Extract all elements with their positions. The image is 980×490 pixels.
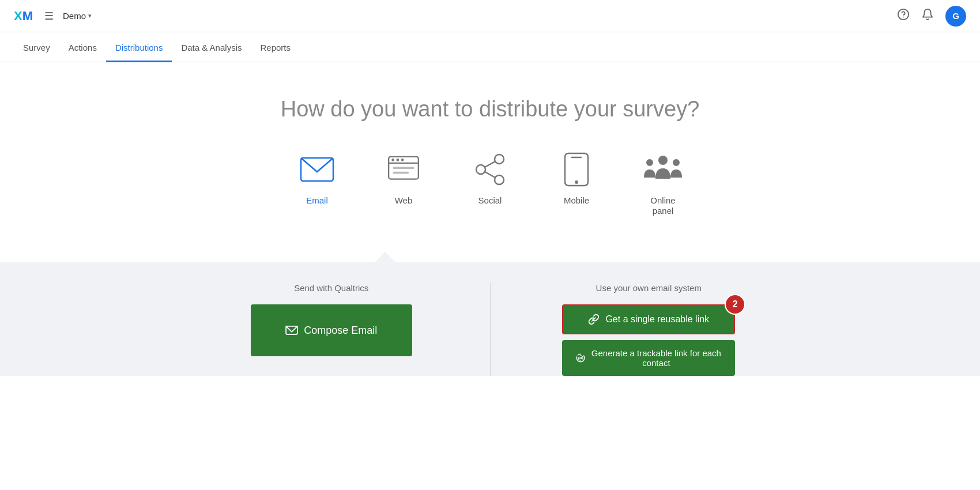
dist-option-social[interactable]: Social [470, 149, 510, 216]
tab-actions[interactable]: Actions [59, 43, 106, 62]
svg-point-7 [401, 159, 404, 161]
svg-point-12 [495, 175, 504, 184]
tab-survey[interactable]: Survey [14, 43, 59, 62]
send-with-qualtrics-col: Send with Qualtrics Compose Email [173, 283, 491, 376]
distribution-question: How do you want to distribute your surve… [0, 97, 980, 122]
dist-option-web[interactable]: Web [383, 149, 424, 216]
svg-rect-9 [393, 172, 409, 174]
svg-line-14 [485, 172, 495, 178]
panel-caret [375, 252, 395, 262]
svg-point-17 [575, 180, 578, 184]
online-panel-option-icon [643, 149, 683, 190]
svg-point-19 [658, 156, 668, 165]
svg-point-18 [646, 159, 653, 166]
distribution-options: Email Web [0, 149, 980, 239]
fingerprint-icon [576, 352, 585, 364]
svg-point-6 [397, 159, 399, 161]
generate-trackable-button[interactable]: Generate a trackable link for each conta… [562, 340, 735, 376]
svg-point-20 [673, 159, 680, 166]
tab-data-analysis[interactable]: Data & Analysis [172, 43, 251, 62]
topbar: XM ☰ Demo ▾ G [0, 0, 980, 32]
right-col-buttons: Get a single reusable link 2 [562, 304, 735, 376]
email-option-icon [297, 149, 337, 190]
single-link-wrapper: Get a single reusable link 2 [562, 304, 735, 334]
svg-rect-8 [393, 167, 414, 169]
dist-option-online-panel-label: Onlinepanel [650, 195, 675, 216]
dist-option-email[interactable]: Email [297, 149, 337, 216]
nav-tabs: Survey Actions Distributions Data & Anal… [0, 32, 980, 62]
logo-text: XM [14, 9, 33, 24]
get-single-link-button[interactable]: Get a single reusable link [562, 304, 735, 334]
svg-point-5 [391, 159, 394, 161]
compose-email-label: Compose Email [304, 325, 377, 337]
menu-icon[interactable]: ☰ [44, 10, 54, 22]
get-single-link-label: Get a single reusable link [605, 314, 709, 325]
step-badge-2: 2 [725, 294, 745, 315]
tab-reports[interactable]: Reports [251, 43, 300, 62]
social-option-icon [470, 149, 510, 190]
own-email-system-col: Use your own email system Get a single r… [491, 283, 808, 376]
svg-line-13 [485, 161, 495, 167]
dist-option-web-label: Web [395, 195, 413, 205]
dist-option-mobile-label: Mobile [564, 195, 589, 205]
compose-email-button[interactable]: Compose Email [251, 304, 412, 356]
demo-label: Demo [63, 11, 86, 21]
tab-distributions[interactable]: Distributions [106, 43, 172, 62]
panel-columns: Send with Qualtrics Compose Email Use yo… [173, 262, 807, 376]
main-content: How do you want to distribute your surve… [0, 62, 980, 376]
mobile-option-icon [556, 149, 597, 190]
compose-email-icon [285, 325, 298, 336]
web-option-icon [383, 149, 424, 190]
bottom-panel: Send with Qualtrics Compose Email Use yo… [0, 262, 980, 376]
dist-option-mobile[interactable]: Mobile [556, 149, 597, 216]
help-icon[interactable] [897, 8, 910, 24]
demo-selector[interactable]: Demo ▾ [63, 11, 92, 21]
bell-icon[interactable] [921, 8, 934, 24]
generate-trackable-label: Generate a trackable link for each conta… [591, 348, 722, 368]
link-icon [588, 314, 600, 325]
dist-option-online-panel[interactable]: Onlinepanel [643, 149, 683, 216]
svg-point-11 [476, 165, 485, 174]
send-with-qualtrics-title: Send with Qualtrics [294, 283, 368, 293]
svg-point-10 [495, 154, 504, 164]
logo[interactable]: XM [14, 9, 33, 24]
chevron-down-icon: ▾ [88, 12, 92, 20]
dist-option-social-label: Social [478, 195, 502, 205]
dist-option-email-label: Email [306, 195, 328, 205]
question-area: How do you want to distribute your surve… [0, 62, 980, 262]
avatar[interactable]: G [945, 6, 966, 27]
own-email-system-title: Use your own email system [596, 283, 702, 293]
topbar-right: G [897, 6, 966, 27]
